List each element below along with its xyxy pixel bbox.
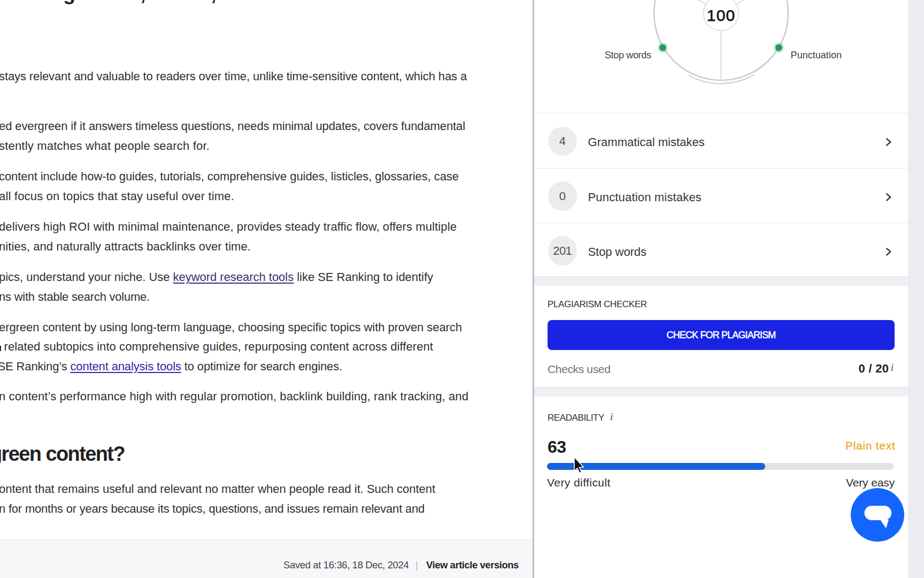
svg-text:100: 100 bbox=[707, 6, 736, 24]
